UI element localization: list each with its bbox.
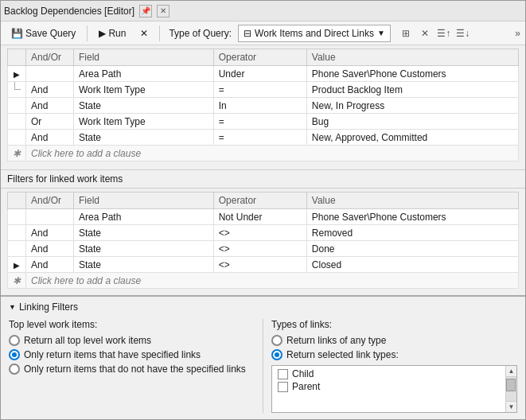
field-cell[interactable]: Work Item Type [74,82,214,98]
operator-cell[interactable]: In [213,98,306,114]
scroll-thumb[interactable] [506,379,516,391]
value-header: Value [306,49,518,66]
operator-cell[interactable]: = [213,82,306,98]
top-query-section: And/Or Field Operator Value ▶ Area Path … [1,45,525,165]
linking-filters-section: ▼ Linking Filters Top level work items: … [1,295,525,418]
columns-icon-btn[interactable]: ⊞ [397,25,415,42]
collapse-icon[interactable]: ▼ [9,303,16,311]
value-cell[interactable]: Product Backlog Item [306,82,518,98]
table-row[interactable]: Or Work Item Type = Bug [8,114,519,130]
operator-cell[interactable]: <> [213,225,306,241]
radio-item-no-specified[interactable]: Only return items that do not have the s… [9,364,255,375]
link-types-listbox[interactable]: Child Parent ▲ ▼ [271,365,517,413]
scroll-track [506,377,516,401]
radio-selected-types-label: Return selected link types: [286,349,399,360]
types-label: Types of links: [271,319,517,330]
field-cell[interactable]: State [74,241,214,257]
arrow-header [8,49,26,66]
checkbox-child[interactable] [278,369,288,379]
field-cell[interactable]: Area Path [74,66,214,82]
link-types-scrollbar[interactable]: ▲ ▼ [505,366,516,412]
table-row[interactable]: ▶ And State <> Closed [8,257,519,273]
and-or-cell[interactable]: And [26,225,74,241]
value-cell[interactable]: Bug [306,114,518,130]
save-icon: 💾 [11,28,23,39]
table-row[interactable]: And Work Item Type = Product Backlog Ite… [8,82,519,98]
toolbar-separator-1 [87,25,88,41]
operator-cell[interactable]: = [213,130,306,146]
and-or-cell[interactable]: And [26,241,74,257]
close-button[interactable]: ✕ [157,5,169,18]
remove-col-icon-btn[interactable]: ✕ [416,25,434,42]
main-content: And/Or Field Operator Value ▶ Area Path … [1,45,525,419]
value-cell[interactable]: Phone Saver\Phone Customers [306,66,518,82]
move-down-icon-btn[interactable]: ☰↓ [454,25,472,42]
value-cell[interactable]: New, In Progress [306,98,518,114]
move-up-icon-btn[interactable]: ☰↑ [435,25,453,42]
table-row[interactable]: Area Path Not Under Phone Saver\Phone Cu… [8,209,519,225]
radio-item-any-type[interactable]: Return links of any type [271,335,517,346]
checkbox-parent[interactable] [278,382,288,392]
linked-arrow-cell [8,209,26,225]
and-or-cell[interactable]: And [26,257,74,273]
save-query-button[interactable]: 💾 Save Query [6,25,81,41]
linked-operator-header: Operator [213,192,306,209]
radio-all-button[interactable] [9,335,20,346]
value-cell[interactable]: Done [306,241,518,257]
operator-cell[interactable]: <> [213,241,306,257]
run-button[interactable]: ▶ Run [93,25,131,41]
radio-item-specified[interactable]: Only return items that have specified li… [9,349,255,360]
field-cell[interactable]: Area Path [74,209,214,225]
scroll-up-button[interactable]: ▲ [506,366,516,377]
table-row[interactable]: And State = New, Approved, Committed [8,130,519,146]
operator-cell[interactable]: <> [213,257,306,273]
right-arrow-icon: ▶ [14,261,20,270]
radio-item-all[interactable]: Return all top level work items [9,335,255,346]
table-row[interactable]: And State <> Done [8,241,519,257]
radio-specified-button[interactable] [9,349,20,360]
field-cell[interactable]: State [74,98,214,114]
and-or-cell[interactable]: And [26,130,74,146]
linked-value-header: Value [306,192,518,209]
field-cell[interactable]: Work Item Type [74,114,214,130]
table-row[interactable]: ▶ Area Path Under Phone Saver\Phone Cust… [8,66,519,82]
toolbar-overflow-button[interactable]: » [515,28,520,39]
linked-arrow-cell [8,225,26,241]
radio-any-type-button[interactable] [271,335,282,346]
link-types-radio-group: Return links of any type Return selected… [271,335,517,360]
scroll-down-button[interactable]: ▼ [506,401,516,412]
and-or-cell[interactable] [26,209,74,225]
linked-add-clause-row[interactable]: ✱ Click here to add a clause [8,273,519,289]
cancel-run-button[interactable]: ✕ [134,25,154,41]
checkbox-item-child[interactable]: Child [275,368,502,380]
value-cell[interactable]: Phone Saver\Phone Customers [306,209,518,225]
and-or-cell[interactable]: And [26,82,74,98]
and-or-cell[interactable]: Or [26,114,74,130]
toolbar-icon-group: ⊞ ✕ ☰↑ ☰↓ [397,25,472,42]
radio-item-selected-types[interactable]: Return selected link types: [271,349,517,360]
operator-cell[interactable]: Under [213,66,306,82]
field-cell[interactable]: State [74,130,214,146]
radio-selected-types-button[interactable] [271,349,282,360]
field-cell[interactable]: State [74,225,214,241]
add-clause-text[interactable]: Click here to add a clause [26,146,519,161]
table-row[interactable]: And State In New, In Progress [8,98,519,114]
checkbox-item-parent[interactable]: Parent [275,380,502,393]
add-clause-row[interactable]: ✱ Click here to add a clause [8,146,519,161]
and-or-cell[interactable]: And [26,98,74,114]
query-type-dropdown[interactable]: ⊟ Work Items and Direct Links ▼ [238,25,391,42]
operator-cell[interactable]: Not Under [213,209,306,225]
operator-cell[interactable]: = [213,114,306,130]
field-cell[interactable]: State [74,257,214,273]
and-or-cell[interactable] [26,66,74,82]
value-cell[interactable]: New, Approved, Committed [306,130,518,146]
linked-arrow-header [8,192,26,209]
value-cell[interactable]: Removed [306,225,518,241]
radio-no-specified-button[interactable] [9,364,20,375]
linked-add-clause-text[interactable]: Click here to add a clause [26,273,519,289]
table-row[interactable]: And State <> Removed [8,225,519,241]
value-cell[interactable]: Closed [306,257,518,273]
dropdown-arrow-icon: ▼ [377,29,385,37]
pin-button[interactable]: 📌 [139,5,152,18]
query-type-value: Work Items and Direct Links [255,28,374,39]
